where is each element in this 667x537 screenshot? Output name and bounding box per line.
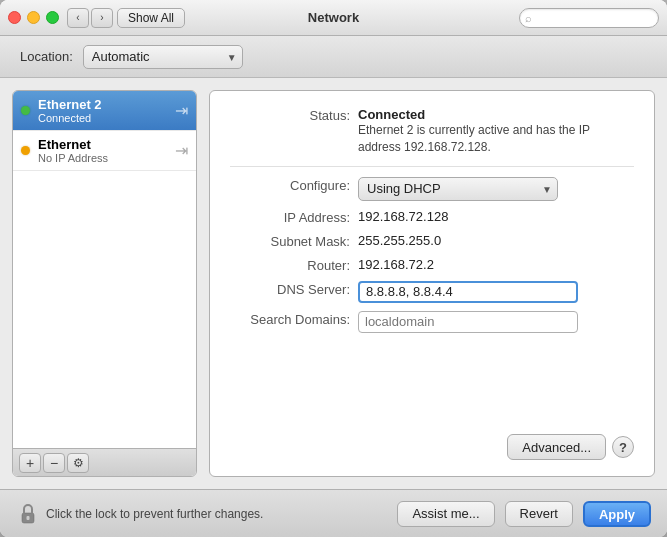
- network-sidebar: Ethernet 2 Connected ⇥ Ethernet No IP Ad…: [12, 90, 197, 477]
- search-input[interactable]: [519, 8, 659, 28]
- main-content: Ethernet 2 Connected ⇥ Ethernet No IP Ad…: [0, 78, 667, 489]
- traffic-lights: [8, 11, 59, 24]
- location-select-wrapper: Automatic ▼: [83, 45, 243, 69]
- status-value: Connected: [358, 107, 590, 122]
- status-row: Status: Connected Ethernet 2 is currentl…: [230, 107, 634, 156]
- dns-input[interactable]: [358, 281, 578, 303]
- dns-label: DNS Server:: [230, 281, 350, 297]
- status-value-wrap: Connected Ethernet 2 is currently active…: [358, 107, 590, 156]
- subnet-row: Subnet Mask: 255.255.255.0: [230, 233, 634, 249]
- titlebar: ‹ › Show All Network ⌕: [0, 0, 667, 36]
- sidebar-item-status-ethernet: No IP Address: [38, 152, 167, 164]
- sidebar-item-text-ethernet: Ethernet No IP Address: [38, 137, 167, 164]
- sidebar-item-ethernet[interactable]: Ethernet No IP Address ⇥: [13, 131, 196, 171]
- location-select[interactable]: Automatic: [83, 45, 243, 69]
- add-network-button[interactable]: +: [19, 453, 41, 473]
- ip-row: IP Address: 192.168.72.128: [230, 209, 634, 225]
- maximize-button[interactable]: [46, 11, 59, 24]
- close-button[interactable]: [8, 11, 21, 24]
- ip-value: 192.168.72.128: [358, 209, 634, 224]
- router-value: 192.168.72.2: [358, 257, 634, 272]
- bottom-bar: Click the lock to prevent further change…: [0, 489, 667, 537]
- window-title: Network: [308, 10, 359, 25]
- remove-network-button[interactable]: −: [43, 453, 65, 473]
- revert-button[interactable]: Revert: [505, 501, 573, 527]
- sidebar-item-status-ethernet2: Connected: [38, 112, 167, 124]
- network-window: ‹ › Show All Network ⌕ Location: Automat…: [0, 0, 667, 537]
- router-label: Router:: [230, 257, 350, 273]
- subnet-value: 255.255.255.0: [358, 233, 634, 248]
- location-toolbar: Location: Automatic ▼: [0, 36, 667, 78]
- minimize-button[interactable]: [27, 11, 40, 24]
- configure-select-wrapper: Using DHCP ▼: [358, 177, 558, 201]
- network-options-button[interactable]: ⚙: [67, 453, 89, 473]
- dns-row: DNS Server:: [230, 281, 634, 303]
- search-domains-row: Search Domains:: [230, 311, 634, 333]
- configure-row: Configure: Using DHCP ▼: [230, 177, 634, 201]
- nav-buttons: ‹ ›: [67, 8, 113, 28]
- lock-section: Click the lock to prevent further change…: [16, 500, 387, 528]
- status-dot-yellow: [21, 146, 30, 155]
- sidebar-item-name-ethernet2: Ethernet 2: [38, 97, 167, 112]
- sidebar-item-text-ethernet2: Ethernet 2 Connected: [38, 97, 167, 124]
- assist-me-button[interactable]: Assist me...: [397, 501, 494, 527]
- advanced-help-row: Advanced... ?: [507, 434, 634, 460]
- configure-select[interactable]: Using DHCP: [358, 177, 558, 201]
- svg-rect-1: [27, 516, 30, 520]
- show-all-button[interactable]: Show All: [117, 8, 185, 28]
- advanced-button[interactable]: Advanced...: [507, 434, 606, 460]
- ip-label: IP Address:: [230, 209, 350, 225]
- sidebar-arrow-icon-ethernet2: ⇥: [175, 101, 188, 120]
- search-domains-label: Search Domains:: [230, 311, 350, 327]
- sidebar-arrow-icon-ethernet: ⇥: [175, 141, 188, 160]
- subnet-label: Subnet Mask:: [230, 233, 350, 249]
- sidebar-item-name-ethernet: Ethernet: [38, 137, 167, 152]
- sidebar-toolbar: + − ⚙: [13, 448, 196, 476]
- search-box: ⌕: [519, 8, 659, 28]
- status-sub-text: Ethernet 2 is currently active and has t…: [358, 122, 590, 156]
- configure-label: Configure:: [230, 177, 350, 193]
- sidebar-item-ethernet2[interactable]: Ethernet 2 Connected ⇥: [13, 91, 196, 131]
- search-domains-input[interactable]: [358, 311, 578, 333]
- back-button[interactable]: ‹: [67, 8, 89, 28]
- detail-panel: Status: Connected Ethernet 2 is currentl…: [209, 90, 655, 477]
- router-row: Router: 192.168.72.2: [230, 257, 634, 273]
- location-label: Location:: [20, 49, 73, 64]
- status-label: Status:: [230, 107, 350, 123]
- search-icon: ⌕: [525, 12, 532, 24]
- divider-1: [230, 166, 634, 167]
- status-dot-green: [21, 106, 30, 115]
- lock-icon[interactable]: [16, 500, 40, 528]
- apply-button[interactable]: Apply: [583, 501, 651, 527]
- lock-text: Click the lock to prevent further change…: [46, 507, 263, 521]
- forward-button[interactable]: ›: [91, 8, 113, 28]
- help-button[interactable]: ?: [612, 436, 634, 458]
- sidebar-list: Ethernet 2 Connected ⇥ Ethernet No IP Ad…: [13, 91, 196, 448]
